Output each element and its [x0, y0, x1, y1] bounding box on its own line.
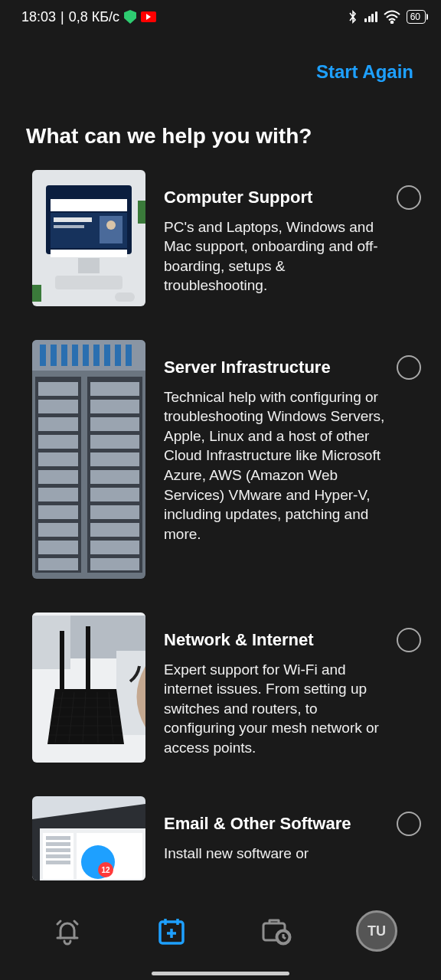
- svg-rect-34: [38, 488, 78, 501]
- status-right: 60: [348, 9, 426, 24]
- svg-rect-47: [90, 523, 139, 537]
- svg-rect-18: [51, 345, 57, 366]
- svg-rect-30: [38, 417, 78, 431]
- option-body: Computer Support PC's and Laptops, Windo…: [164, 170, 421, 296]
- svg-rect-29: [38, 400, 78, 413]
- svg-text:12: 12: [101, 866, 110, 874]
- svg-rect-36: [38, 523, 78, 537]
- avatar-initials: TU: [368, 923, 386, 939]
- svg-rect-37: [38, 541, 78, 554]
- shield-icon: [124, 10, 136, 24]
- svg-rect-43: [90, 452, 139, 466]
- cell-signal-icon: [364, 11, 377, 22]
- svg-rect-49: [90, 558, 139, 570]
- svg-rect-48: [90, 541, 139, 554]
- bluetooth-icon: [348, 9, 358, 24]
- option-email-software[interactable]: 12 Email & Other Software Install new so…: [32, 796, 421, 880]
- option-thumbnail: [32, 170, 145, 306]
- bottom-nav: TU: [0, 896, 441, 980]
- status-bar: 18:03 | 0,8 КБ/с 60: [0, 0, 441, 31]
- svg-rect-32: [38, 452, 78, 466]
- battery-percent: 60: [410, 11, 420, 22]
- option-thumbnail: 12: [32, 796, 145, 880]
- svg-rect-45: [90, 488, 139, 501]
- option-description: Technical help with configuring or troub…: [164, 387, 386, 544]
- svg-rect-21: [83, 345, 89, 366]
- status-netspeed: 0,8 КБ/с: [69, 9, 119, 25]
- svg-rect-41: [90, 417, 139, 431]
- nav-notifications[interactable]: [44, 907, 91, 955]
- svg-rect-35: [38, 505, 78, 519]
- start-again-link[interactable]: Start Again: [316, 61, 413, 83]
- svg-point-0: [390, 21, 393, 24]
- header-row: Start Again: [0, 31, 441, 83]
- svg-rect-23: [104, 345, 110, 366]
- option-title: Network & Internet: [164, 629, 386, 651]
- svg-rect-22: [93, 345, 100, 366]
- youtube-icon: [141, 11, 156, 22]
- radio-unselected-icon[interactable]: [397, 628, 421, 652]
- svg-rect-3: [51, 199, 127, 211]
- svg-rect-9: [51, 250, 127, 257]
- svg-rect-71: [46, 836, 70, 840]
- email-software-illustration: 12: [32, 796, 145, 880]
- svg-rect-38: [38, 558, 78, 570]
- option-body: Server Infrastructure Technical help wit…: [164, 340, 421, 544]
- status-left: 18:03 | 0,8 КБ/с: [21, 9, 156, 25]
- svg-rect-42: [90, 435, 139, 449]
- svg-rect-33: [38, 470, 78, 484]
- option-title: Email & Other Software: [164, 813, 386, 835]
- option-body: Network & Internet Expert support for Wi…: [164, 612, 421, 758]
- option-description: PC's and Laptops, Windows and Mac suppor…: [164, 217, 386, 296]
- svg-rect-56: [86, 626, 90, 692]
- option-network-internet[interactable]: Network & Internet Expert support for Wi…: [32, 612, 421, 763]
- svg-rect-52: [32, 616, 70, 669]
- svg-rect-55: [60, 631, 64, 692]
- svg-rect-19: [61, 345, 67, 366]
- bell-icon: [51, 915, 83, 947]
- server-rack-illustration: [32, 340, 145, 579]
- radio-unselected-icon[interactable]: [397, 812, 421, 836]
- home-indicator[interactable]: [152, 972, 289, 975]
- nav-calendar-add[interactable]: [148, 907, 195, 955]
- svg-rect-14: [138, 201, 145, 224]
- option-computer-support[interactable]: Computer Support PC's and Laptops, Windo…: [32, 170, 421, 306]
- svg-rect-11: [55, 276, 122, 289]
- radio-unselected-icon[interactable]: [397, 185, 421, 210]
- wifi-icon: [384, 10, 400, 24]
- status-time: 18:03: [21, 9, 56, 25]
- svg-rect-20: [72, 345, 78, 366]
- option-title: Server Infrastructure: [164, 357, 386, 378]
- calendar-plus-icon: [155, 914, 188, 948]
- svg-rect-31: [38, 435, 78, 449]
- svg-rect-6: [54, 225, 84, 228]
- options-scroll[interactable]: Computer Support PC's and Laptops, Windo…: [0, 170, 441, 959]
- svg-rect-74: [46, 854, 70, 858]
- option-body: Email & Other Software Install new softw…: [164, 796, 421, 863]
- option-thumbnail: [32, 612, 145, 763]
- svg-rect-13: [32, 285, 41, 302]
- svg-rect-17: [40, 345, 46, 366]
- svg-rect-44: [90, 470, 139, 484]
- svg-point-8: [106, 220, 116, 230]
- svg-rect-72: [46, 842, 70, 846]
- nav-briefcase-history[interactable]: [252, 907, 299, 955]
- battery-icon: 60: [407, 10, 426, 24]
- svg-rect-25: [126, 345, 132, 366]
- option-thumbnail: [32, 340, 145, 579]
- svg-rect-24: [115, 345, 121, 366]
- svg-rect-28: [38, 382, 78, 396]
- svg-rect-46: [90, 505, 139, 519]
- option-description: Install new software or: [164, 844, 386, 864]
- svg-rect-73: [46, 848, 70, 852]
- svg-rect-40: [90, 400, 139, 413]
- radio-unselected-icon[interactable]: [397, 355, 421, 380]
- svg-rect-10: [78, 258, 100, 273]
- svg-rect-5: [54, 217, 92, 222]
- option-server-infrastructure[interactable]: Server Infrastructure Technical help wit…: [32, 340, 421, 579]
- option-description: Expert support for Wi-Fi and internet is…: [164, 660, 386, 758]
- router-illustration: [32, 612, 145, 763]
- svg-rect-39: [90, 382, 139, 396]
- nav-avatar[interactable]: TU: [356, 910, 397, 952]
- svg-rect-12: [115, 292, 135, 302]
